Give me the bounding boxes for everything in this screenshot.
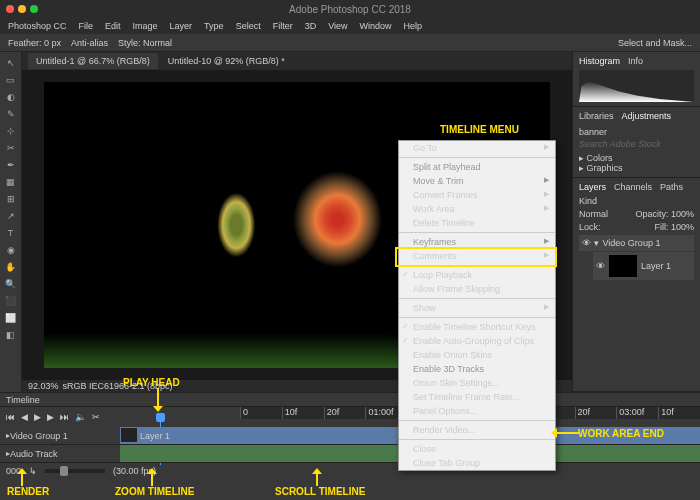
tool-icon[interactable]: ⊹ — [3, 124, 19, 138]
menu-window[interactable]: Window — [360, 21, 392, 31]
menu-item-work-area[interactable]: Work Area — [399, 202, 555, 216]
layer-item[interactable]: 👁 Layer 1 — [593, 252, 694, 280]
layer-group[interactable]: 👁 ▾ Video Group 1 — [579, 235, 694, 251]
tool-icon[interactable]: ⊞ — [3, 192, 19, 206]
tool-icon[interactable]: ✒ — [3, 158, 19, 172]
tab-libraries[interactable]: Libraries — [579, 111, 614, 121]
tab-adjustments[interactable]: Adjustments — [622, 111, 672, 121]
tool-icon[interactable]: 🔍 — [3, 277, 19, 291]
menu-item-render-video-[interactable]: Render Video... — [399, 423, 555, 437]
menu-item-enable-onion-skins[interactable]: Enable Onion Skins — [399, 348, 555, 362]
kind-filter[interactable]: Kind — [579, 196, 597, 206]
playback-controls[interactable]: ⏮ ◀ ▶ ▶ ⏭ 🔈 ✂ — [0, 407, 120, 427]
tool-icon[interactable]: ◐ — [3, 90, 19, 104]
timeline-context-menu[interactable]: Go ToSplit at PlayheadMove & TrimConvert… — [398, 140, 556, 471]
opacity-field[interactable]: Opacity: 100% — [635, 209, 694, 219]
window-controls[interactable] — [6, 5, 38, 13]
menu-item-loop-playback[interactable]: Loop Playback — [399, 268, 555, 282]
menu-help[interactable]: Help — [404, 21, 423, 31]
ruler-tick: 10f — [658, 407, 700, 419]
menu-3d[interactable]: 3D — [305, 21, 317, 31]
settings-icon[interactable]: ✂ — [92, 412, 100, 422]
anno-scroll: SCROLL TIMELINE — [275, 486, 365, 497]
menu-item-move-trim: Move & Trim — [399, 174, 555, 188]
menu-item-enable-auto-grouping-of-clips[interactable]: Enable Auto-Grouping of Clips — [399, 334, 555, 348]
tab-paths[interactable]: Paths — [660, 182, 683, 192]
video-track-label[interactable]: ▸ Video Group 1 — [0, 427, 120, 445]
lib-colors[interactable]: Colors — [587, 153, 613, 163]
menu-item-allow-frame-skipping[interactable]: Allow Frame Skipping — [399, 282, 555, 296]
menu-item-go-to[interactable]: Go To — [399, 141, 555, 155]
tab-histogram[interactable]: Histogram — [579, 56, 620, 66]
tab-doc-2[interactable]: Untitled-10 @ 92% (RGB/8) * — [160, 53, 293, 69]
minimize-icon[interactable] — [18, 5, 26, 13]
render-button[interactable]: ↳ — [29, 466, 37, 476]
menu-item-keyframes: Keyframes — [399, 235, 555, 249]
menu-item-enable-timeline-shortcut-keys[interactable]: Enable Timeline Shortcut Keys — [399, 320, 555, 334]
menu-file[interactable]: File — [79, 21, 94, 31]
menu-photoshop-cc[interactable]: Photoshop CC — [8, 21, 67, 31]
menu-item-show[interactable]: Show — [399, 301, 555, 315]
close-icon[interactable] — [6, 5, 14, 13]
maximize-icon[interactable] — [30, 5, 38, 13]
tool-icon[interactable]: ↗ — [3, 209, 19, 223]
feather-field[interactable]: Feather: 0 px — [8, 38, 61, 48]
last-frame-icon[interactable]: ⏭ — [60, 412, 69, 422]
tool-icon[interactable]: ◉ — [3, 243, 19, 257]
histogram — [579, 70, 694, 102]
menu-item-enable-d-tracks: Enable 3D Tracks — [399, 362, 555, 376]
style-select[interactable]: Style: Normal — [118, 38, 172, 48]
tool-icon[interactable]: T — [3, 226, 19, 240]
menu-item-panel-options-[interactable]: Panel Options... — [399, 404, 555, 418]
ruler-tick: 03:00f — [616, 407, 658, 419]
tool-icon[interactable]: ▭ — [3, 73, 19, 87]
lib-graphics[interactable]: Graphics — [587, 163, 623, 173]
tool-icon[interactable]: ⬜ — [3, 311, 19, 325]
menu-image[interactable]: Image — [133, 21, 158, 31]
fill-field[interactable]: Fill: 100% — [654, 222, 694, 232]
search-input[interactable]: Search Adobe Stock — [579, 139, 694, 149]
menu-item-close-tab-group[interactable]: Close Tab Group — [399, 456, 555, 470]
position-field[interactable]: 000 — [6, 466, 21, 476]
next-frame-icon[interactable]: ▶ — [47, 412, 54, 422]
anno-zoom: ZOOM TIMELINE — [115, 486, 194, 497]
layer-name: Layer 1 — [641, 261, 671, 271]
antialias-checkbox[interactable]: Anti-alias — [71, 38, 108, 48]
menu-view[interactable]: View — [328, 21, 347, 31]
tool-icon[interactable]: ▦ — [3, 175, 19, 189]
mute-icon[interactable]: 🔈 — [75, 412, 86, 422]
app-title: Adobe Photoshop CC 2018 — [289, 4, 411, 15]
tool-icon[interactable]: ⬛ — [3, 294, 19, 308]
zoom-level[interactable]: 92.03% — [28, 381, 59, 391]
menu-item-split-at-playhead: Split at Playhead — [399, 160, 555, 174]
play-icon[interactable]: ▶ — [34, 412, 41, 422]
menu-filter[interactable]: Filter — [273, 21, 293, 31]
menu-layer[interactable]: Layer — [170, 21, 193, 31]
tool-icon[interactable]: ✂ — [3, 141, 19, 155]
menu-item-set-timeline-frame-rate-[interactable]: Set Timeline Frame Rate... — [399, 390, 555, 404]
tab-channels[interactable]: Channels — [614, 182, 652, 192]
select-mask-button[interactable]: Select and Mask... — [618, 38, 692, 48]
tool-icon[interactable]: ◧ — [3, 328, 19, 342]
tab-layers[interactable]: Layers — [579, 182, 606, 192]
prev-frame-icon[interactable]: ◀ — [21, 412, 28, 422]
first-frame-icon[interactable]: ⏮ — [6, 412, 15, 422]
menu-item-delete-timeline[interactable]: Delete Timeline — [399, 216, 555, 230]
menu-edit[interactable]: Edit — [105, 21, 121, 31]
titlebar: Adobe Photoshop CC 2018 — [0, 0, 700, 18]
tool-icon[interactable]: ✎ — [3, 107, 19, 121]
zoom-slider[interactable] — [45, 469, 105, 473]
tab-doc-1[interactable]: Untitled-1 @ 66.7% (RGB/8) — [28, 53, 158, 69]
blend-mode[interactable]: Normal — [579, 209, 608, 219]
menu-item-close[interactable]: Close — [399, 442, 555, 456]
menu-type[interactable]: Type — [204, 21, 224, 31]
menu-select[interactable]: Select — [236, 21, 261, 31]
tool-icon[interactable]: ✋ — [3, 260, 19, 274]
menu-item-comments[interactable]: Comments — [399, 249, 555, 263]
menu-item-onion-skin-settings-[interactable]: Onion Skin Settings... — [399, 376, 555, 390]
audio-track-label[interactable]: ▸ Audio Track — [0, 445, 120, 463]
library-select[interactable]: banner — [579, 127, 607, 137]
tool-icon[interactable]: ↖ — [3, 56, 19, 70]
menu-item-convert-frames[interactable]: Convert Frames — [399, 188, 555, 202]
tab-info[interactable]: Info — [628, 56, 643, 66]
